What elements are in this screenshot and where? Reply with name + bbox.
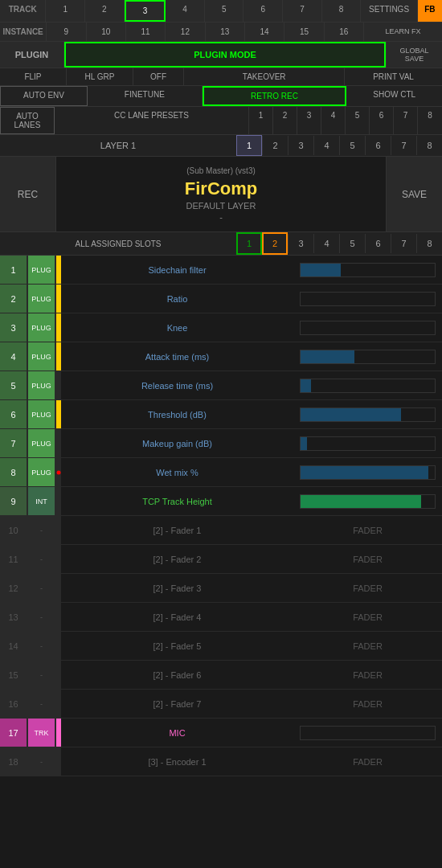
- row-num-3[interactable]: 3: [0, 313, 28, 342]
- row-num-1[interactable]: 1: [0, 256, 28, 284]
- row-num-10[interactable]: 10: [0, 516, 28, 544]
- instance-14[interactable]: 14: [245, 23, 284, 41]
- layer-1[interactable]: 1: [236, 135, 262, 156]
- learn-fx-button[interactable]: LEARN FX: [364, 23, 442, 41]
- slot-5[interactable]: 5: [339, 234, 365, 253]
- param-row-9: 9 INT TCP Track Height: [0, 487, 442, 516]
- empty-badge-12: -: [28, 574, 56, 602]
- rec-button[interactable]: REC: [0, 157, 56, 231]
- plug-badge-2[interactable]: PLUG: [28, 285, 56, 313]
- row-num-4[interactable]: 4: [0, 342, 28, 371]
- plug-badge-7[interactable]: PLUG: [28, 429, 56, 457]
- show-ctl-button[interactable]: SHOW CTL: [346, 86, 442, 106]
- fb-button[interactable]: FB: [418, 0, 442, 22]
- slot-8[interactable]: 8: [416, 234, 442, 253]
- row-num-15[interactable]: 15: [0, 661, 28, 689]
- param-row-4: 4 PLUG Attack time (ms): [0, 342, 442, 371]
- track-7[interactable]: 7: [283, 0, 322, 22]
- row-num-14[interactable]: 14: [0, 632, 28, 660]
- track-6[interactable]: 6: [244, 0, 283, 22]
- slot-7[interactable]: 7: [391, 234, 416, 253]
- fader-label-14: FADER: [293, 638, 442, 654]
- track-4[interactable]: 4: [166, 0, 205, 22]
- instance-11[interactable]: 11: [126, 23, 166, 41]
- slot-3[interactable]: 3: [288, 234, 313, 253]
- param-bar-6: [300, 407, 436, 422]
- slot-2[interactable]: 2: [262, 232, 288, 255]
- fader-label-10: FADER: [293, 522, 442, 538]
- layer-2[interactable]: 2: [262, 136, 288, 155]
- cc-4[interactable]: 4: [321, 107, 346, 134]
- track-3[interactable]: 3: [125, 0, 166, 22]
- instance-9[interactable]: 9: [47, 23, 86, 41]
- param-bar-area-6: [293, 404, 442, 425]
- flip-button[interactable]: FLIP: [0, 68, 67, 85]
- layer-6[interactable]: 6: [365, 136, 391, 155]
- row-num-6[interactable]: 6: [0, 400, 28, 428]
- cc-lane-presets-button[interactable]: CC LANE PRESETS: [55, 107, 249, 134]
- plug-badge-5[interactable]: PLUG: [28, 371, 56, 399]
- empty-badge-10: -: [28, 516, 56, 544]
- cc-2[interactable]: 2: [273, 107, 297, 134]
- plugin-mode-button[interactable]: PLUGIN MODE: [64, 42, 386, 68]
- slot-6[interactable]: 6: [365, 234, 391, 253]
- cc-1[interactable]: 1: [249, 107, 273, 134]
- instance-13[interactable]: 13: [206, 23, 245, 41]
- print-val-button[interactable]: PRINT VAL: [345, 68, 442, 85]
- row-num-12[interactable]: 12: [0, 574, 28, 602]
- instance-10[interactable]: 10: [87, 23, 126, 41]
- takeover-button[interactable]: TAKEOVER: [184, 68, 345, 85]
- cc-5[interactable]: 5: [346, 107, 370, 134]
- slot-1[interactable]: 1: [236, 232, 262, 255]
- layer-3[interactable]: 3: [288, 136, 313, 155]
- row-num-2[interactable]: 2: [0, 285, 28, 313]
- auto-env-button[interactable]: AUTO ENV: [0, 86, 88, 106]
- global-save-button[interactable]: GLOBAL SAVE: [386, 42, 442, 68]
- retro-rec-button[interactable]: RETRO REC: [203, 86, 347, 106]
- empty-badge-18: -: [28, 747, 56, 776]
- row-num-9[interactable]: 9: [0, 487, 28, 515]
- plug-badge-8[interactable]: PLUG: [28, 458, 56, 486]
- layer-5[interactable]: 5: [339, 136, 365, 155]
- track-5[interactable]: 5: [205, 0, 244, 22]
- layer-4[interactable]: 4: [313, 136, 339, 155]
- trk-badge-17[interactable]: TRK: [28, 719, 56, 747]
- row-num-17[interactable]: 17: [0, 719, 28, 747]
- cc-7[interactable]: 7: [394, 107, 418, 134]
- plug-badge-1[interactable]: PLUG: [28, 256, 56, 284]
- track-2[interactable]: 2: [85, 0, 125, 22]
- row-num-16[interactable]: 16: [0, 690, 28, 718]
- save-button[interactable]: SAVE: [386, 157, 442, 231]
- plug-badge-4[interactable]: PLUG: [28, 342, 56, 371]
- row-num-18[interactable]: 18: [0, 747, 28, 776]
- param-name-1: Sidechain filter: [61, 262, 293, 278]
- track-8[interactable]: 8: [322, 0, 362, 22]
- row-num-7[interactable]: 7: [0, 429, 28, 457]
- row-num-13[interactable]: 13: [0, 603, 28, 631]
- param-row-7: 7 PLUG Makeup gain (dB): [0, 429, 442, 458]
- param-row-10: 10 - [2] - Fader 1 FADER: [0, 516, 442, 545]
- row-num-8[interactable]: 8: [0, 458, 28, 486]
- int-badge-9[interactable]: INT: [28, 487, 56, 515]
- cc-3[interactable]: 3: [297, 107, 321, 134]
- row-num-5[interactable]: 5: [0, 371, 28, 399]
- cc-8[interactable]: 8: [418, 107, 442, 134]
- plug-badge-3[interactable]: PLUG: [28, 313, 56, 342]
- row-num-11[interactable]: 11: [0, 545, 28, 573]
- cc-6[interactable]: 6: [370, 107, 394, 134]
- layer-7[interactable]: 7: [391, 136, 416, 155]
- settings-button[interactable]: SETTINGS: [361, 0, 417, 22]
- instance-16[interactable]: 16: [325, 23, 364, 41]
- instance-15[interactable]: 15: [284, 23, 324, 41]
- auto-lanes-button[interactable]: AUTO LANES: [0, 107, 55, 134]
- plug-badge-6[interactable]: PLUG: [28, 400, 56, 428]
- instance-12[interactable]: 12: [166, 23, 205, 41]
- hl-grp-button[interactable]: HL GRP: [67, 68, 133, 85]
- param-bar-7: [300, 436, 436, 451]
- slot-4[interactable]: 4: [313, 234, 339, 253]
- finetune-button[interactable]: FINETUNE: [88, 86, 202, 106]
- red-dot-bar-8: [56, 458, 61, 486]
- track-1[interactable]: 1: [46, 0, 85, 22]
- off-button[interactable]: OFF: [133, 68, 184, 85]
- layer-8[interactable]: 8: [416, 136, 442, 155]
